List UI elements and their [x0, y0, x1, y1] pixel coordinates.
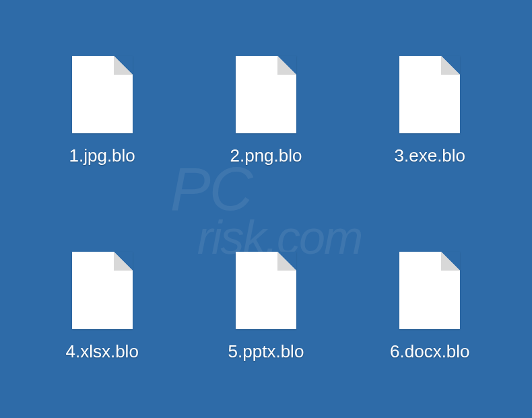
file-icon [399, 56, 460, 133]
file-item[interactable]: 1.jpg.blo [27, 20, 177, 203]
file-label: 4.xlsx.blo [65, 341, 138, 362]
file-item[interactable]: 6.docx.blo [355, 216, 505, 398]
file-label: 5.pptx.blo [228, 341, 304, 362]
file-label: 1.jpg.blo [69, 145, 135, 166]
file-item[interactable]: 3.exe.blo [355, 20, 505, 203]
file-icon [72, 56, 133, 133]
desktop-grid: 1.jpg.blo 2.png.blo 3.exe.blo 4.xlsx.blo… [0, 0, 532, 418]
file-label: 6.docx.blo [390, 341, 470, 362]
file-label: 3.exe.blo [395, 145, 466, 166]
file-icon [236, 252, 296, 329]
file-icon [399, 252, 460, 329]
file-icon [72, 252, 133, 329]
file-label: 2.png.blo [230, 145, 302, 166]
file-item[interactable]: 5.pptx.blo [191, 216, 341, 398]
file-item[interactable]: 2.png.blo [191, 20, 341, 203]
file-icon [236, 56, 296, 133]
file-item[interactable]: 4.xlsx.blo [27, 216, 177, 398]
